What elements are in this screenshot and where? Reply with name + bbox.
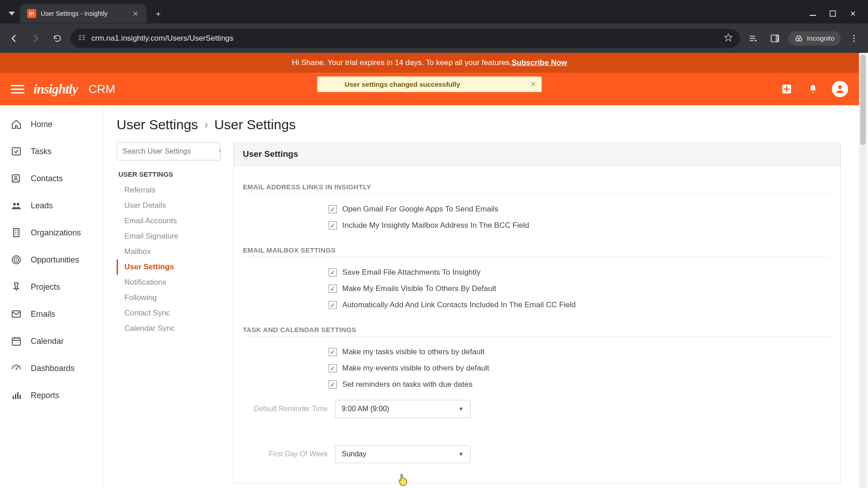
minimize-button[interactable]: [808, 9, 817, 18]
first-day-select[interactable]: Sunday ▼: [335, 445, 471, 463]
building-icon: [10, 226, 23, 239]
svg-point-23: [13, 203, 16, 206]
add-button[interactable]: [779, 82, 794, 96]
nav-label: Leads: [31, 201, 53, 211]
tab-search-button[interactable]: [4, 5, 20, 22]
checkbox[interactable]: [329, 268, 337, 277]
check-include-bcc[interactable]: Include My Insightly Mailbox Address In …: [243, 217, 831, 234]
nav-label: Emails: [31, 310, 55, 319]
new-tab-button[interactable]: ＋: [150, 5, 166, 22]
check-auto-link-cc[interactable]: Automatically Add And Link Contacts Incl…: [243, 297, 831, 313]
settings-item-contact-sync[interactable]: Contact Sync: [117, 305, 221, 321]
check-set-reminders[interactable]: Set reminders on tasks with due dates: [243, 376, 831, 393]
vertical-scrollbar[interactable]: [859, 53, 867, 488]
header-actions: [779, 81, 848, 97]
nav-item-organizations[interactable]: Organizations: [0, 219, 104, 246]
app-logo[interactable]: insightly: [33, 81, 78, 97]
forward-button[interactable]: [27, 30, 44, 47]
breadcrumb-root[interactable]: User Settings: [117, 117, 198, 132]
profile-button[interactable]: [832, 81, 848, 97]
nav-item-reports[interactable]: Reports: [0, 382, 104, 409]
back-button[interactable]: [5, 30, 23, 47]
nav-label: Home: [31, 120, 52, 129]
site-settings-icon[interactable]: [78, 33, 86, 43]
nav-item-projects[interactable]: Projects: [0, 273, 104, 300]
browser-toolbar: crm.na1.insightly.com/Users/UserSettings…: [0, 23, 868, 53]
svg-rect-3: [83, 35, 85, 36]
settings-item-user-settings[interactable]: User Settings: [117, 259, 221, 275]
checkbox[interactable]: [329, 364, 337, 372]
svg-point-15: [854, 35, 855, 36]
side-panel-button[interactable]: [766, 30, 783, 47]
media-control-button[interactable]: [745, 30, 762, 47]
svg-point-16: [854, 38, 855, 39]
scrollbar-thumb[interactable]: [860, 55, 866, 145]
check-save-attachments[interactable]: Save Email File Attachments To Insightly: [243, 264, 831, 281]
search-button[interactable]: [218, 143, 221, 160]
settings-item-notifications[interactable]: Notifications: [117, 275, 221, 290]
nav-item-emails[interactable]: Emails: [0, 300, 104, 328]
reload-button[interactable]: [49, 30, 66, 47]
toast-close-button[interactable]: ×: [531, 79, 536, 89]
bookmark-button[interactable]: [724, 33, 733, 44]
nav-item-opportunities[interactable]: Opportunities: [0, 246, 104, 273]
check-events-visible[interactable]: Make my events visible to others by defa…: [243, 360, 831, 376]
check-label: Automatically Add And Link Contacts Incl…: [342, 300, 576, 310]
settings-panel: User Settings EMAIL ADDRESS LINKS IN INS…: [233, 142, 841, 483]
search-input[interactable]: [117, 143, 218, 160]
svg-rect-6: [79, 39, 81, 40]
people-icon: [10, 199, 23, 212]
nav-item-tasks[interactable]: Tasks: [0, 138, 104, 165]
hamburger-menu-button[interactable]: [11, 82, 24, 96]
field-label: First Day Of Week: [243, 450, 328, 458]
check-open-gmail[interactable]: Open Gmail For Google Apps To Send Email…: [243, 201, 831, 217]
section-email-links: EMAIL ADDRESS LINKS IN INSIGHTLY: [243, 183, 831, 194]
app-viewport: Hi Shane. Your trial expires in 14 days.…: [0, 53, 868, 488]
svg-rect-38: [13, 396, 14, 399]
browser-tab[interactable]: in User Settings - Insightly ✕: [20, 4, 146, 23]
svg-rect-1: [830, 11, 835, 16]
incognito-label: Incognito: [807, 34, 835, 42]
nav-label: Projects: [31, 282, 60, 292]
subscribe-link[interactable]: Subscribe Now: [512, 58, 567, 67]
settings-subhead: USER SETTINGS: [117, 169, 221, 183]
check-label: Make my tasks visible to others by defau…: [342, 347, 485, 357]
checkbox[interactable]: [329, 301, 337, 309]
nav-item-dashboards[interactable]: Dashboards: [0, 355, 104, 382]
svg-point-37: [16, 369, 17, 370]
svg-point-19: [838, 85, 842, 89]
checkbox[interactable]: [329, 380, 337, 389]
checkbox[interactable]: [329, 221, 337, 230]
checkbox[interactable]: [329, 285, 337, 293]
checkbox[interactable]: [329, 205, 337, 213]
chevron-down-icon: ▼: [458, 406, 464, 412]
browser-menu-button[interactable]: [845, 30, 863, 47]
favicon-icon: in: [27, 9, 36, 18]
trial-banner: Hi Shane. Your trial expires in 14 days.…: [0, 53, 859, 73]
nav-item-home[interactable]: Home: [0, 111, 104, 138]
incognito-indicator[interactable]: Incognito: [788, 31, 841, 46]
maximize-button[interactable]: [828, 9, 837, 18]
settings-item-mailbox[interactable]: Mailbox: [117, 244, 221, 259]
check-emails-visible[interactable]: Make My Emails Visible To Others By Defa…: [243, 281, 831, 297]
settings-item-calendar-sync[interactable]: Calendar Sync: [117, 321, 221, 336]
reminder-time-select[interactable]: 9:00 AM (9:00) ▼: [335, 400, 471, 418]
nav-item-calendar[interactable]: Calendar: [0, 328, 104, 355]
select-value: Sunday: [342, 450, 366, 458]
nav-item-leads[interactable]: Leads: [0, 192, 104, 219]
notifications-button[interactable]: [806, 82, 820, 96]
settings-item-user-details[interactable]: User Details: [117, 198, 221, 213]
breadcrumb: User Settings › User Settings: [117, 114, 841, 142]
main-area: User Settings › User Settings USER SETT: [104, 105, 859, 488]
settings-item-referrals[interactable]: Referrals: [117, 183, 221, 198]
check-tasks-visible[interactable]: Make my tasks visible to others by defau…: [243, 344, 831, 360]
settings-item-email-accounts[interactable]: Email Accounts: [117, 213, 221, 229]
svg-rect-20: [12, 148, 20, 155]
address-bar[interactable]: crm.na1.insightly.com/Users/UserSettings: [71, 29, 740, 48]
close-tab-button[interactable]: ✕: [131, 9, 139, 18]
nav-item-contacts[interactable]: Contacts: [0, 165, 104, 192]
settings-item-following[interactable]: Following: [117, 290, 221, 305]
settings-item-email-signature[interactable]: Email Signature: [117, 229, 221, 244]
checkbox[interactable]: [329, 348, 337, 356]
close-window-button[interactable]: ✕: [848, 9, 857, 18]
